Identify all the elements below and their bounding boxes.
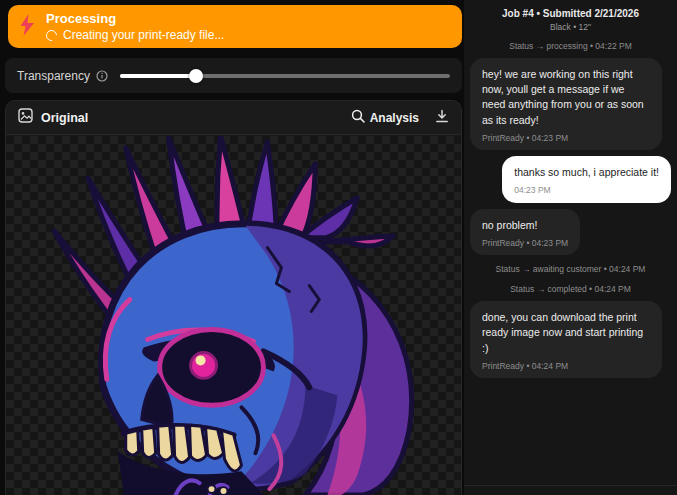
message-text: no problem!: [482, 218, 568, 233]
download-button[interactable]: [435, 109, 449, 126]
chat-message-received: done, you can download the print ready i…: [470, 301, 662, 378]
chat-messages[interactable]: Status → processing • 04:22 PM hey! we a…: [464, 32, 677, 485]
banner-subtitle: Creating your print-ready file...: [63, 28, 224, 42]
banner-title: Processing: [46, 11, 224, 27]
chat-message-received: hey! we are working on this right now, y…: [470, 58, 662, 150]
info-icon[interactable]: [96, 70, 108, 82]
transparency-label: Transparency: [17, 69, 90, 83]
status-update: Status → awaiting customer • 04:24 PM: [470, 264, 671, 274]
viewer-title: Original: [41, 111, 88, 125]
viewer-header: Original Analysis: [6, 101, 461, 135]
chat-header: Job #4 • Submitted 2/21/2026 Black • 12": [464, 0, 677, 32]
transparency-control: Transparency: [5, 58, 462, 93]
image-icon: [18, 108, 33, 127]
magnifier-icon: [351, 109, 365, 126]
analysis-button[interactable]: Analysis: [351, 109, 419, 126]
lightning-bolt-icon: [20, 14, 35, 40]
message-meta: 04:23 PM: [514, 184, 659, 196]
status-update: Status → completed • 04:24 PM: [470, 284, 671, 294]
message-text: hey! we are working on this right now, y…: [482, 67, 650, 128]
processing-banner: Processing Creating your print-ready fil…: [8, 5, 462, 48]
message-meta: PrintReady • 04:24 PM: [482, 360, 650, 372]
analysis-label: Analysis: [370, 111, 419, 125]
status-update: Status → processing • 04:22 PM: [470, 41, 671, 51]
message-meta: PrintReady • 04:23 PM: [482, 132, 650, 144]
banner-text: Processing Creating your print-ready fil…: [46, 11, 224, 43]
spinner-icon: [44, 28, 59, 43]
app-root: Processing Creating your print-ready fil…: [0, 0, 677, 495]
chat-message-received: no problem! PrintReady • 04:23 PM: [470, 209, 580, 256]
chat-panel: Job #4 • Submitted 2/21/2026 Black • 12"…: [464, 0, 677, 495]
message-meta: PrintReady • 04:23 PM: [482, 237, 568, 249]
slider-thumb[interactable]: [189, 69, 203, 83]
download-icon: [435, 109, 449, 126]
skull-artwork-image: [6, 136, 461, 495]
image-viewer-panel: Original Analysis: [5, 100, 462, 495]
message-text: done, you can download the print ready i…: [482, 310, 650, 356]
job-title: Job #4 • Submitted 2/21/2026: [464, 8, 677, 19]
job-subtitle: Black • 12": [464, 22, 677, 32]
message-text: thanks so much, i appreciate it!: [514, 165, 659, 180]
chat-message-sent: thanks so much, i appreciate it! 04:23 P…: [502, 156, 671, 203]
slider-track[interactable]: [120, 74, 450, 78]
image-canvas: [6, 136, 461, 495]
transparency-slider[interactable]: [120, 68, 450, 84]
chat-input-divider: [464, 485, 677, 495]
main-panel: Processing Creating your print-ready fil…: [5, 0, 462, 495]
slider-fill: [120, 74, 196, 78]
